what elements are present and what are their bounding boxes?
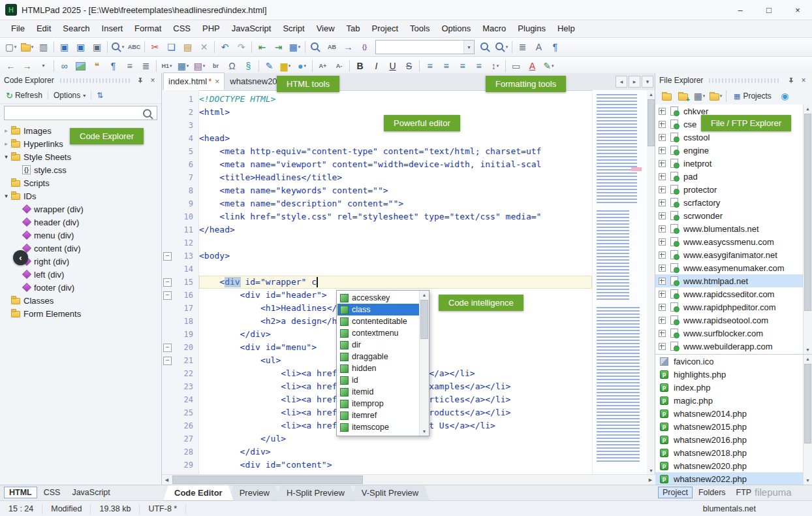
project-site-item[interactable]: www.easycssmenu.com [655, 235, 804, 248]
save-as-button[interactable]: ▣ [89, 40, 104, 55]
scroll-down-icon[interactable]: ▼ [420, 427, 429, 436]
tree-item[interactable]: menu (div) [0, 229, 161, 242]
expand-plus-icon[interactable] [659, 291, 666, 298]
search-in-files-button[interactable] [494, 40, 509, 55]
project-site-item[interactable]: www.rapidseotool.com [655, 314, 804, 327]
decrease-indent-button[interactable]: ⇤ [255, 40, 270, 55]
menu-item[interactable]: Options [435, 24, 476, 33]
expand-plus-icon[interactable] [659, 121, 666, 128]
autocomplete-item[interactable]: itemprop [337, 398, 420, 410]
explorer-mode-tab[interactable]: Project [658, 487, 693, 498]
bold-button[interactable]: B [352, 59, 367, 74]
pin-panel-icon[interactable] [136, 77, 145, 84]
expand-arrow-icon[interactable] [2, 153, 10, 160]
expand-plus-icon[interactable] [659, 343, 666, 350]
code-line[interactable]: 28 </div> [162, 445, 593, 459]
back-button[interactable]: ← [3, 59, 18, 74]
menu-item[interactable]: Plugins [512, 24, 552, 33]
increase-font-button[interactable]: A+ [315, 59, 330, 74]
menu-item[interactable]: Edit [31, 24, 57, 33]
history-dropdown[interactable]: ▾ [36, 59, 51, 74]
style-editor-button[interactable]: ✎ [541, 59, 556, 74]
autocomplete-item[interactable]: contenteditable [337, 315, 420, 327]
doc-type-tab[interactable]: HTML [4, 487, 37, 498]
menu-item[interactable]: Script [277, 24, 310, 33]
tree-item[interactable]: left (div) [0, 268, 161, 281]
scroll-down-icon[interactable]: ▼ [804, 476, 812, 485]
close-panel-icon[interactable]: × [799, 76, 808, 85]
browser-sync-button[interactable]: ◉ [777, 89, 792, 104]
close-tab-icon[interactable]: × [215, 77, 219, 86]
options-button[interactable]: Options ▾ [52, 90, 87, 101]
insert-link-button[interactable]: ∞ [57, 59, 72, 74]
expand-plus-icon[interactable] [659, 265, 666, 272]
close-panel-icon[interactable]: × [148, 76, 157, 85]
scrollbar-thumb[interactable] [804, 364, 811, 443]
file-item[interactable]: whatsnew2020.php [655, 459, 804, 472]
save-button[interactable]: ▣ [57, 40, 72, 55]
bullet-list-button[interactable]: ≡ [122, 59, 137, 74]
project-site-item[interactable]: www.htmlpad.net [655, 274, 804, 287]
autocomplete-item[interactable]: draggable [337, 351, 420, 363]
search-input[interactable] [5, 108, 143, 118]
scroll-up-icon[interactable]: ▲ [420, 291, 429, 299]
scroll-tabs-left-button[interactable]: ◂ [616, 76, 627, 88]
expand-plus-icon[interactable] [659, 330, 666, 337]
expand-arrow-icon[interactable] [2, 193, 10, 199]
paragraph-button[interactable]: ¶ [106, 59, 121, 74]
code-line[interactable]: 12 [162, 236, 593, 250]
menu-item[interactable]: Macro [476, 24, 512, 33]
autocomplete-item[interactable]: hidden [337, 363, 420, 374]
search-next-button[interactable] [478, 40, 493, 55]
underline-button[interactable]: U [385, 59, 400, 74]
doc-type-tab[interactable]: CSS [39, 487, 66, 498]
italic-button[interactable]: I [369, 59, 384, 74]
menu-item[interactable]: Tab [341, 24, 366, 33]
spell-check-button[interactable]: ABC [127, 40, 142, 55]
search-button[interactable] [110, 40, 125, 55]
scroll-up-icon[interactable]: ▲ [804, 355, 812, 363]
expand-plus-icon[interactable] [659, 199, 666, 206]
insert-div-button[interactable]: ▭ [508, 59, 523, 74]
project-site-item[interactable]: www.easygifanimator.net [655, 248, 804, 261]
code-line[interactable]: 8 <meta name="keywords" content=""> [162, 184, 593, 197]
project-site-item[interactable]: www.surfblocker.com [655, 327, 804, 340]
explorer-mode-tab[interactable]: Folders [694, 487, 730, 498]
paste-button[interactable]: ▤ [180, 40, 195, 55]
fold-marker[interactable] [163, 252, 172, 261]
tree-item[interactable]: wrapper (div) [0, 202, 161, 216]
project-site-item[interactable]: www.blumentals.net [655, 222, 804, 235]
strikethrough-button[interactable]: S [401, 59, 416, 74]
autocomplete-scrollbar[interactable]: ▲ ▼ [419, 291, 429, 436]
project-site-item[interactable]: www.rapidcsseditor.com [655, 287, 804, 300]
title-bar[interactable]: H HTMLPad 2025 - [E:\Web\freetemplates\h… [0, 0, 812, 20]
code-line[interactable]: 10 <link href="style.css" rel="styleshee… [162, 210, 593, 223]
tree-item[interactable]: Scripts [0, 176, 161, 189]
expand-plus-icon[interactable] [659, 108, 666, 115]
project-site-item[interactable]: www.webuilderapp.com [655, 340, 804, 353]
autocomplete-item[interactable]: class [337, 304, 420, 315]
view-mode-button[interactable]: ▦ [692, 89, 707, 104]
scroll-left-icon[interactable]: ◀ [162, 475, 172, 485]
panel-grip[interactable] [60, 78, 130, 83]
insert-comment-button[interactable]: ❝ [89, 59, 104, 74]
cut-button[interactable]: ✂ [148, 40, 163, 55]
fold-marker[interactable] [163, 291, 172, 300]
match-braces-button[interactable]: {} [357, 40, 372, 55]
increase-indent-button[interactable]: ⇥ [271, 40, 286, 55]
project-site-item[interactable]: engine [655, 144, 804, 157]
font-color-button[interactable]: A [525, 59, 540, 74]
menu-item[interactable]: View [311, 24, 341, 33]
panel-grip[interactable] [709, 78, 781, 83]
scroll-right-icon[interactable]: ▶ [646, 475, 655, 485]
special-chars-button[interactable]: ¶ [548, 40, 563, 55]
tree-item[interactable]: style.css [0, 163, 161, 176]
autocomplete-item[interactable]: itemref [337, 410, 420, 421]
align-center-button[interactable]: ≡ [439, 59, 454, 74]
scroll-up-icon[interactable]: ▲ [804, 105, 812, 113]
redo-button[interactable]: ↷ [234, 40, 249, 55]
code-line[interactable]: 7 <title>Headlines</title> [162, 171, 593, 184]
menu-item[interactable]: Insert [96, 24, 129, 33]
scrollbar-thumb[interactable] [420, 300, 428, 339]
copy-button[interactable]: ❏ [164, 40, 179, 55]
